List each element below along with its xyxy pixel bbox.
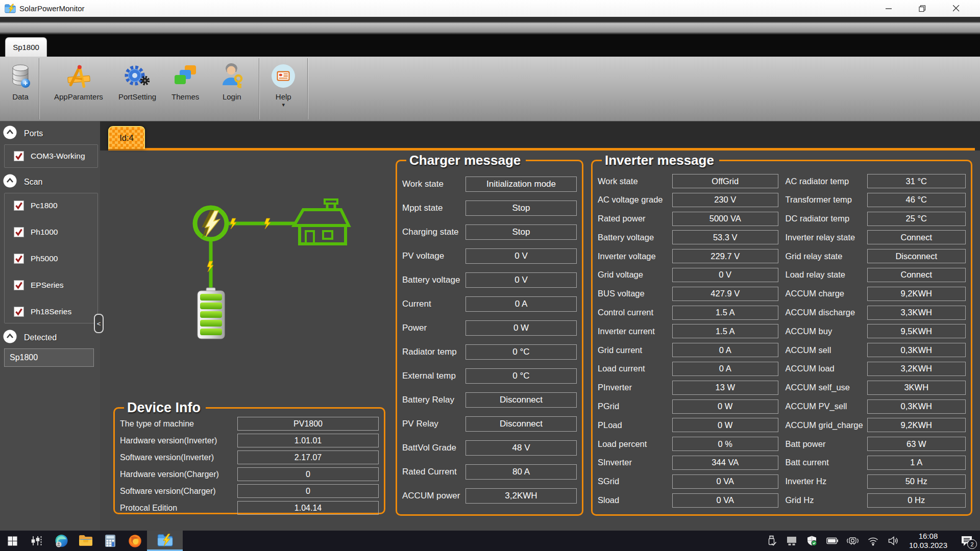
charger-row: Battery Relay Disconnect: [402, 392, 577, 408]
port-item[interactable]: COM3-Working: [14, 151, 97, 161]
inverter-row: Rated power 5000 VA: [598, 212, 778, 226]
field-value: 9,2KWH: [867, 418, 966, 432]
device-info-panel: Device Info The type of machine PV1800 H…: [113, 400, 385, 514]
field-value: 9,5KWH: [867, 324, 966, 338]
field-value: OffGrid: [672, 174, 778, 188]
chevron-up-circle-icon[interactable]: [3, 330, 17, 345]
inverter-row: PLoad 0 W: [598, 418, 778, 432]
firefox-icon[interactable]: [122, 531, 147, 551]
field-label: BattVol Grade: [402, 443, 465, 453]
field-label: Transformer temp: [786, 195, 867, 205]
device-info-row: Hardware version(Inverter) 1.01.01: [120, 434, 379, 447]
field-value: Disconnect: [867, 249, 966, 263]
tab-device-id4[interactable]: Id:4: [108, 126, 145, 149]
usb-device-icon[interactable]: [761, 531, 781, 551]
charger-message-title: Charger message: [406, 153, 526, 168]
field-value: 31 °C: [867, 174, 966, 188]
scan-item[interactable]: Ph1000: [14, 227, 97, 237]
checkbox-checked-icon[interactable]: [14, 307, 24, 317]
field-label: ACCUM load: [786, 364, 867, 373]
inverter-row: Load current 0 A: [598, 362, 778, 376]
camera-icon[interactable]: [843, 531, 863, 551]
display-icon[interactable]: [781, 531, 802, 551]
sidebar-section-scan[interactable]: Scan: [3, 174, 100, 190]
themes-button[interactable]: Themes: [165, 57, 206, 121]
ribbon-band: [0, 17, 980, 35]
sidebar: Ports COM3-Working Scan: [0, 121, 100, 531]
field-value: 48 V: [465, 440, 577, 456]
gears-icon: [124, 61, 151, 91]
field-value: Stop: [465, 201, 577, 216]
sidebar-section-title: Detected: [24, 333, 57, 342]
taskbar-clock[interactable]: 16:08 10.03.2023: [904, 532, 953, 550]
scan-item[interactable]: Ph5000: [14, 254, 97, 264]
compass-ruler-icon: [65, 61, 92, 91]
field-label: Work state: [598, 177, 672, 186]
inverter-row: Battery voltage 53.3 V: [598, 230, 778, 244]
task-view-button[interactable]: [24, 531, 49, 551]
edge-browser-icon[interactable]: [49, 531, 74, 551]
login-button[interactable]: Login: [212, 57, 252, 121]
restore-button[interactable]: [905, 0, 939, 17]
battery-icon[interactable]: [822, 531, 843, 551]
field-value: 50 Hz: [867, 474, 966, 489]
volume-icon[interactable]: [884, 531, 904, 551]
sidebar-collapse-button[interactable]: <: [94, 314, 104, 333]
field-label: AC voltage grade: [598, 195, 672, 205]
window-controls: [872, 0, 980, 17]
data-button[interactable]: Data: [2, 57, 39, 121]
field-label: Software version(Charger): [120, 487, 237, 496]
sidebar-section-detected[interactable]: Detected: [3, 330, 100, 345]
field-value: 25 °C: [867, 212, 966, 226]
field-value: Disconnect: [465, 416, 577, 432]
field-label: Hardware version(Inverter): [120, 436, 237, 445]
port-setting-button[interactable]: PortSetting: [112, 57, 163, 121]
chevron-up-circle-icon[interactable]: [3, 126, 17, 141]
field-label: The type of machine: [120, 419, 237, 429]
energy-flow-diagram: [174, 194, 368, 347]
tab-sp1800[interactable]: Sp1800: [5, 37, 47, 57]
inverter-row: Inverter current 1.5 A: [598, 324, 778, 338]
field-label: Current: [402, 299, 465, 309]
security-shield-icon[interactable]: [802, 531, 822, 551]
checkbox-checked-icon[interactable]: [14, 254, 24, 264]
start-button[interactable]: [0, 531, 24, 551]
wifi-icon[interactable]: [863, 531, 884, 551]
detected-device-item[interactable]: Sp1800: [4, 348, 94, 367]
inverter-row: DC radiator temp 25 °C: [786, 212, 966, 226]
field-label: Inverter Hz: [786, 477, 867, 486]
inverter-row: ACCUM grid_charge 9,2KWH: [786, 418, 966, 432]
sidebar-section-ports[interactable]: Ports: [3, 126, 100, 141]
close-button[interactable]: [939, 0, 973, 17]
device-info-row: Protocal Edition 1.04.14: [120, 501, 379, 515]
file-explorer-icon[interactable]: [74, 531, 98, 551]
app-paramters-button[interactable]: AppParamters: [47, 57, 110, 121]
inverter-row: Inverter relay state Connect: [786, 230, 966, 244]
checkbox-checked-icon[interactable]: [14, 227, 24, 237]
chevron-up-circle-icon[interactable]: [3, 174, 17, 190]
minimize-button[interactable]: [872, 0, 905, 17]
field-value: 3KWH: [867, 381, 966, 395]
scan-item[interactable]: Pc1800: [14, 201, 97, 211]
checkbox-checked-icon[interactable]: [14, 201, 24, 211]
solar-power-monitor-taskbar-icon[interactable]: [147, 531, 183, 551]
scan-item[interactable]: Ph18Series: [14, 307, 97, 317]
field-label: PV voltage: [402, 251, 465, 261]
inverter-row: AC radiator temp 31 °C: [786, 174, 966, 188]
ribbon-toolbar: Data AppParamters: [0, 57, 980, 121]
device-tab-strip: [100, 121, 980, 151]
checkbox-checked-icon[interactable]: [14, 151, 24, 161]
checkbox-checked-icon[interactable]: [14, 280, 24, 290]
field-value: 1.5 A: [672, 306, 778, 320]
field-label: Mppt state: [402, 203, 465, 213]
notification-center-button[interactable]: 2: [953, 531, 980, 551]
help-button[interactable]: Help ▾: [264, 57, 302, 121]
scan-item[interactable]: EPSeries: [14, 280, 97, 290]
active-tab-underline: [108, 148, 975, 151]
inverter-row: Batt power 63 W: [786, 437, 966, 451]
detected-list: Sp1800: [0, 348, 100, 367]
help-dropdown-icon[interactable]: ▾: [282, 103, 285, 107]
field-value: 229.7 V: [672, 249, 778, 263]
field-value: 0,3KWH: [867, 399, 966, 414]
calculator-icon[interactable]: [98, 531, 122, 551]
